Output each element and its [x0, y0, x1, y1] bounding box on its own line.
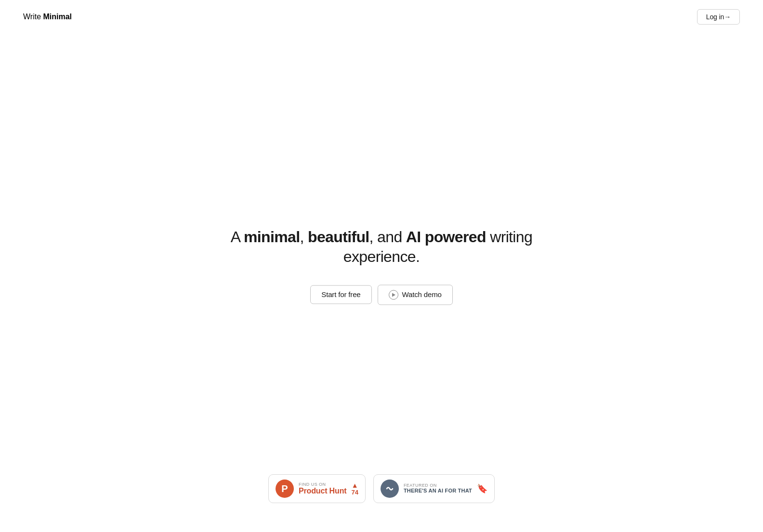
product-hunt-name: Product Hunt [299, 487, 346, 495]
hero-headline: A minimal, beautiful, and AI powered wri… [191, 227, 572, 267]
headline-sep1: , [300, 228, 308, 246]
ai-featured-label: FEATURED ON [404, 483, 472, 488]
product-hunt-number: 74 [351, 489, 358, 496]
play-triangle [392, 293, 395, 297]
hero-buttons: Start for free Watch demo [310, 285, 452, 305]
ai-for-that-icon [381, 480, 399, 498]
hero-section: A minimal, beautiful, and AI powered wri… [191, 227, 572, 305]
product-hunt-text: FIND US ON Product Hunt [299, 482, 346, 495]
start-for-free-button[interactable]: Start for free [310, 285, 371, 304]
product-hunt-count: ▲ 74 [351, 482, 358, 496]
headline-bold3: AI powered [406, 228, 486, 246]
play-icon [389, 290, 398, 299]
login-button[interactable]: Log in→ [697, 9, 740, 25]
badges-section: P FIND US ON Product Hunt ▲ 74 FEATURED … [268, 474, 495, 503]
headline-prefix: A [231, 228, 244, 246]
demo-label: Watch demo [402, 291, 442, 299]
headline-bold1: minimal [244, 228, 300, 246]
ai-for-that-name: THERE'S AN AI FOR THAT [404, 488, 472, 494]
headline-bold2: beautiful [308, 228, 369, 246]
login-label: Log in→ [706, 13, 731, 21]
logo: Write Minimal [23, 13, 72, 21]
ai-for-that-text: FEATURED ON THERE'S AN AI FOR THAT [404, 483, 472, 494]
product-hunt-icon: P [276, 480, 294, 498]
headline-sep2: , and [369, 228, 406, 246]
ai-bookmark-icon: 🔖 [477, 483, 487, 494]
product-hunt-find-label: FIND US ON [299, 482, 346, 487]
ai-for-that-badge[interactable]: FEATURED ON THERE'S AN AI FOR THAT 🔖 [373, 474, 495, 503]
header: Write Minimal Log in→ [0, 0, 763, 34]
product-hunt-arrow: ▲ [352, 482, 358, 489]
watch-demo-button[interactable]: Watch demo [378, 285, 453, 305]
logo-suffix: Minimal [43, 13, 72, 21]
product-hunt-badge[interactable]: P FIND US ON Product Hunt ▲ 74 [268, 474, 366, 503]
logo-prefix: Write [23, 13, 43, 21]
start-label: Start for free [321, 291, 360, 299]
